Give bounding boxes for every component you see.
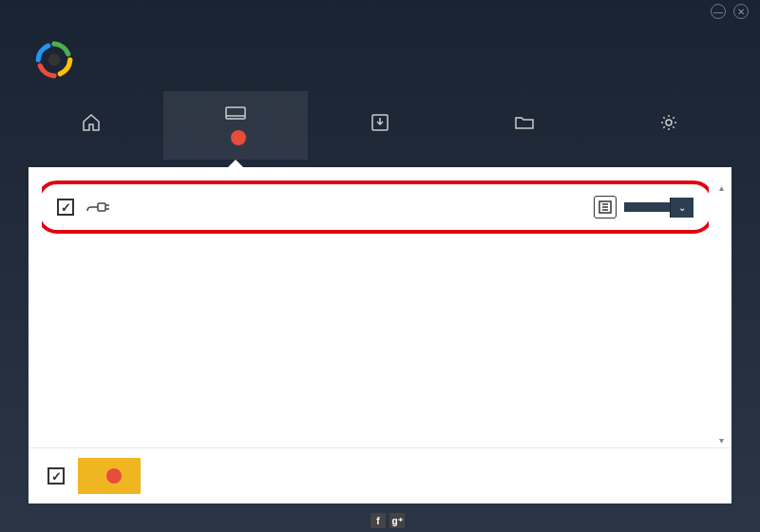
- content-panel: ⌄ ▴ ▾: [28, 167, 732, 504]
- svg-point-4: [666, 120, 672, 125]
- svg-rect-5: [98, 203, 105, 211]
- download-box-icon: [371, 113, 389, 132]
- home-icon: [82, 113, 101, 132]
- minimize-button[interactable]: —: [711, 4, 726, 19]
- scroll-down-icon[interactable]: ▾: [714, 433, 728, 446]
- update-button[interactable]: [624, 202, 670, 212]
- svg-rect-1: [226, 107, 245, 119]
- driver-checkbox[interactable]: [57, 199, 74, 216]
- nav-backup[interactable]: [308, 91, 452, 160]
- svg-point-0: [48, 54, 61, 66]
- nav-home[interactable]: [19, 91, 163, 160]
- driver-row-highlighted: ⌄: [42, 180, 709, 234]
- download-badge: [106, 468, 122, 484]
- main-nav: [0, 91, 760, 160]
- scrollbar[interactable]: ▴ ▾: [714, 180, 728, 446]
- social-links: f g⁺: [370, 513, 405, 528]
- app-logo-icon: [34, 40, 74, 80]
- gear-icon: [660, 113, 677, 132]
- nav-restore[interactable]: [452, 91, 597, 160]
- nav-settings[interactable]: [597, 91, 741, 160]
- select-all-checkbox[interactable]: [48, 467, 65, 484]
- details-button[interactable]: [594, 196, 617, 218]
- updates-badge: [231, 130, 246, 145]
- update-dropdown[interactable]: ⌄: [670, 198, 694, 218]
- titlebar: — ✕: [0, 0, 760, 23]
- nav-driver-updates[interactable]: [163, 91, 308, 160]
- update-button-group: ⌄: [594, 196, 694, 218]
- scroll-up-icon[interactable]: ▴: [714, 180, 728, 194]
- footer: f g⁺: [0, 504, 760, 532]
- bottom-bar: [28, 447, 732, 504]
- driver-info: [124, 206, 582, 208]
- header: [0, 23, 760, 91]
- folder-icon: [515, 113, 534, 132]
- close-button[interactable]: ✕: [733, 4, 749, 19]
- download-install-button[interactable]: [78, 458, 141, 494]
- driver-list: ⌄: [42, 180, 709, 446]
- google-plus-icon[interactable]: g⁺: [390, 513, 405, 528]
- facebook-icon[interactable]: f: [370, 513, 386, 528]
- plug-icon: [86, 194, 112, 220]
- monitor-icon: [225, 105, 246, 124]
